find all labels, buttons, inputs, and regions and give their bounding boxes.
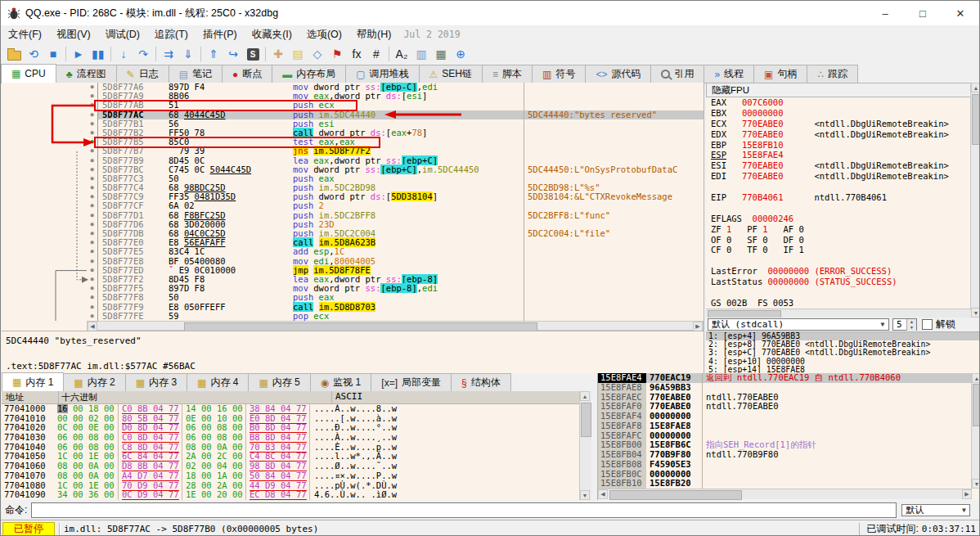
close-button[interactable]: ✕ — [942, 1, 979, 25]
scroll-down-arrow[interactable]: ▼ — [971, 308, 980, 318]
tab-dump4[interactable]: ▦内存 4 — [187, 373, 249, 391]
row-dot[interactable]: ● — [87, 92, 97, 101]
execute-till-return-icon[interactable]: ⇑ — [204, 45, 223, 63]
registers-vscrollbar[interactable]: ▲ ▼ — [970, 83, 980, 318]
scroll-left-arrow[interactable]: ◀ — [598, 489, 608, 499]
spin-down-icon[interactable]: ▼ — [907, 325, 916, 331]
calling-convention-select[interactable]: 默认 (stdcall) ▼ — [708, 318, 889, 331]
scroll-thumb[interactable] — [972, 94, 980, 145]
stack-row[interactable]: 15E8FAF400000000 — [598, 412, 972, 421]
row-dot[interactable]: ● — [87, 220, 97, 229]
tab-notes[interactable]: ▤笔记 — [169, 65, 223, 83]
scroll-up-arrow[interactable]: ▲ — [580, 391, 590, 401]
stack-row[interactable]: 15E8FAF815E8FAE8 — [598, 421, 972, 431]
tab-dump1[interactable]: ▦内存 1 — [2, 372, 64, 391]
register-line[interactable] — [706, 255, 971, 266]
stack-row[interactable]: 15E8FB04770B9F80ntdll.770B9F80 — [598, 450, 972, 460]
register-line[interactable] — [706, 287, 971, 298]
font-icon[interactable]: A₂ — [392, 45, 411, 63]
register-line[interactable]: EBX 00000000 — [706, 108, 971, 119]
registers-hscrollbar[interactable] — [706, 309, 971, 318]
stack-row[interactable]: 15E8FAE4770EAC19返回到 ntdll.770EAC19 自 ntd… — [598, 373, 972, 383]
register-line[interactable] — [706, 203, 971, 214]
restart-icon[interactable]: ⟲ — [24, 45, 43, 63]
calculator-icon[interactable]: ▦ — [431, 45, 451, 63]
pause-icon[interactable]: ▮▮ — [88, 45, 108, 63]
tab-memory-map[interactable]: ▬内存布局 — [272, 65, 346, 83]
register-line[interactable]: ZF 1 PF 1 AF 0 — [706, 224, 971, 235]
scroll-up-arrow[interactable]: ▲ — [972, 373, 980, 383]
scroll-up-arrow[interactable]: ▲ — [971, 83, 980, 92]
row-dot[interactable]: ● — [87, 266, 97, 275]
hide-fpu-button[interactable]: 隐藏FPU — [706, 83, 980, 97]
stack-vscrollbar[interactable]: ▲ ▼ — [971, 373, 980, 489]
tab-trace[interactable]: ∴跟踪 — [807, 65, 858, 83]
tab-script[interactable]: ≡脚本 — [482, 65, 533, 83]
register-line[interactable]: EIP 770B4061 ntdll.770B4061 — [706, 192, 971, 203]
tab-locals[interactable]: [x=]局部变量 — [371, 373, 452, 391]
row-dot[interactable]: ● — [87, 192, 97, 201]
stack-hscrollbar[interactable]: ◀ ▶ — [598, 489, 972, 499]
stack-row[interactable]: 15E8FB1015E8FB20 — [598, 479, 972, 489]
tab-log[interactable]: ✎日志 — [116, 65, 169, 83]
tab-dump2[interactable]: ▦内存 2 — [63, 373, 125, 391]
step-over-icon[interactable]: ↷ — [133, 45, 153, 63]
register-line[interactable]: GS 002B FS 0053 — [706, 298, 971, 309]
command-script-select[interactable]: 默认 ▼ — [901, 504, 970, 516]
scroll-down-arrow[interactable]: ▼ — [972, 479, 980, 489]
tab-watch1[interactable]: ◉监视 1 — [310, 373, 372, 391]
row-dot[interactable]: ● — [87, 238, 97, 247]
menu-item[interactable]: 追踪(T) — [147, 26, 196, 43]
row-dot[interactable]: ● — [87, 275, 97, 284]
disassembly-row[interactable]: ●5D8F77FE59pop ecx — [2, 312, 704, 321]
row-dot[interactable]: ● — [87, 128, 97, 137]
menu-item[interactable]: 收藏夹(I) — [245, 26, 299, 43]
tab-references[interactable]: 引用 — [650, 65, 704, 83]
register-line[interactable]: EDX 770EABE0 <ntdll.DbgUiRemoteBreakin> — [706, 129, 971, 140]
row-dot[interactable]: ● — [87, 211, 97, 220]
register-line[interactable]: EDI 770EABE0 <ntdll.DbgUiRemoteBreakin> — [706, 171, 971, 182]
function-icon[interactable]: fx — [347, 45, 366, 63]
row-dot[interactable]: ● — [87, 229, 97, 238]
row-dot[interactable]: ● — [87, 165, 97, 174]
menu-item[interactable]: 调试(D) — [98, 26, 147, 43]
run-to-user-code-icon[interactable]: ↪ — [223, 45, 243, 63]
breakpoint-dot[interactable]: ● — [87, 137, 97, 146]
column-header-hex[interactable]: 十六进制 — [58, 391, 331, 403]
menu-item[interactable]: 文件(F) — [1, 26, 49, 43]
register-line[interactable]: EBP 15E8FB10 — [706, 140, 971, 151]
column-header-ascii[interactable]: ASCII — [331, 391, 362, 403]
tab-source[interactable]: <>源代码 — [585, 65, 651, 83]
register-line[interactable]: ECX 770EABE0 <ntdll.DbgUiRemoteBreakin> — [706, 119, 971, 129]
tab-handles[interactable]: ▣句柄 — [753, 65, 807, 83]
row-dot[interactable]: ● — [87, 303, 97, 312]
stack-row[interactable]: 15E8FB08F45905E3 — [598, 460, 972, 470]
menu-item[interactable]: 插件(P) — [196, 26, 245, 43]
row-dot[interactable]: ● — [87, 83, 97, 92]
register-line[interactable]: ESI 770EABE0 <ntdll.DbgUiRemoteBreakin> — [706, 160, 971, 171]
row-dot[interactable]: ● — [87, 156, 97, 165]
spin-up-icon[interactable]: ▲ — [907, 319, 916, 325]
run-icon[interactable]: ► — [69, 45, 88, 63]
register-line[interactable]: LastError 00000000 (ERROR_SUCCESS) — [706, 266, 971, 277]
register-line[interactable]: OF 0 SF 0 DF 0 — [706, 235, 971, 245]
hash-icon[interactable]: # — [366, 45, 386, 63]
trace-into-icon[interactable]: ⇉ — [159, 45, 178, 63]
patch-icon[interactable]: ✚ — [268, 45, 288, 63]
row-dot[interactable]: ● — [87, 247, 97, 256]
menu-item[interactable]: 选项(O) — [299, 26, 349, 43]
comment-icon[interactable]: ▤ — [288, 45, 308, 63]
row-dot[interactable]: ● — [87, 201, 97, 210]
row-dot[interactable]: ● — [87, 119, 97, 128]
tab-threads[interactable]: »线程 — [704, 65, 754, 83]
tab-struct[interactable]: §结构体 — [451, 373, 511, 391]
register-line[interactable]: CF 0 TF 0 IF 1 — [706, 245, 971, 255]
register-line[interactable]: EFLAGS 00000246 — [706, 214, 971, 224]
argument-count-stepper[interactable]: 5 ▲▼ — [892, 318, 917, 331]
maximize-button[interactable]: □ — [904, 1, 942, 25]
menu-item[interactable]: 帮助(H) — [349, 26, 398, 43]
stop-icon[interactable]: ■ — [43, 45, 63, 63]
row-dot[interactable]: ● — [87, 174, 97, 183]
tab-dump3[interactable]: ▦内存 3 — [125, 373, 187, 391]
trace-over-icon[interactable]: ⇓ — [178, 45, 198, 63]
